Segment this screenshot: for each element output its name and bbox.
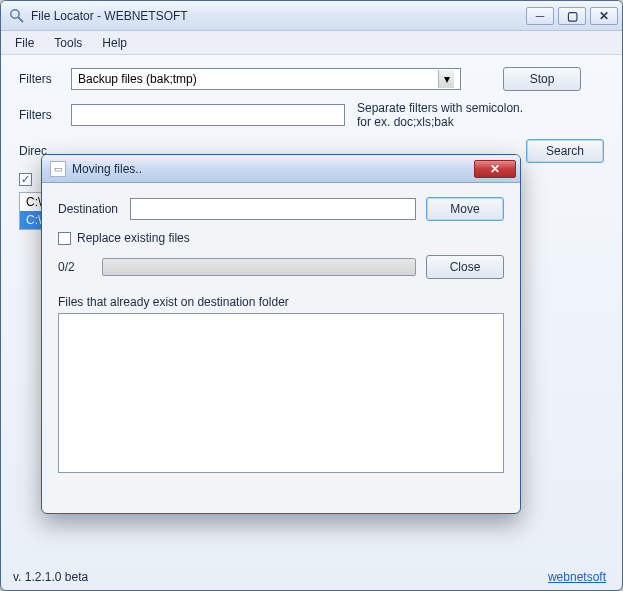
destination-label: Destination <box>58 202 120 216</box>
svg-point-0 <box>11 9 19 17</box>
filters-hint: Separate filters with semicolon. for ex.… <box>357 101 537 129</box>
dialog-title: Moving files.. <box>72 162 142 176</box>
existing-files-box[interactable] <box>58 313 504 473</box>
progress-bar <box>102 258 416 276</box>
replace-label: Replace existing files <box>77 231 190 245</box>
menubar: File Tools Help <box>1 31 622 55</box>
dialog-close-button[interactable]: ✕ <box>474 160 516 178</box>
window-buttons: ─ ▢ ✕ <box>526 7 618 25</box>
existing-files-label: Files that already exist on destination … <box>58 295 504 309</box>
dialog-close-btn[interactable]: Close <box>426 255 504 279</box>
search-button[interactable]: Search <box>526 139 604 163</box>
minimize-button[interactable]: ─ <box>526 7 554 25</box>
close-button[interactable]: ✕ <box>590 7 618 25</box>
app-icon <box>9 8 25 24</box>
stop-button[interactable]: Stop <box>503 67 581 91</box>
destination-input[interactable] <box>130 198 416 220</box>
chevron-down-icon: ▾ <box>438 70 454 88</box>
recursive-checkbox[interactable]: ✓ <box>19 173 32 186</box>
dialog-titlebar[interactable]: ▭ Moving files.. ✕ <box>42 155 520 183</box>
maximize-button[interactable]: ▢ <box>558 7 586 25</box>
move-button[interactable]: Move <box>426 197 504 221</box>
menu-tools[interactable]: Tools <box>54 36 82 50</box>
titlebar[interactable]: File Locator - WEBNETSOFT ─ ▢ ✕ <box>1 1 622 31</box>
progress-text: 0/2 <box>58 260 92 274</box>
version-text: v. 1.2.1.0 beta <box>13 570 88 584</box>
footer: v. 1.2.1.0 beta webnetsoft <box>13 570 606 584</box>
filters-label: Filters <box>19 72 71 86</box>
svg-line-1 <box>18 17 23 22</box>
menu-file[interactable]: File <box>15 36 34 50</box>
main-window: File Locator - WEBNETSOFT ─ ▢ ✕ File Too… <box>0 0 623 591</box>
form-icon: ▭ <box>50 161 66 177</box>
replace-checkbox[interactable] <box>58 232 71 245</box>
dialog-body: Destination Move Replace existing files … <box>42 183 520 487</box>
filters2-label: Filters <box>19 108 71 122</box>
filters-input[interactable] <box>71 104 345 126</box>
filters-select[interactable]: Backup files (bak;tmp) ▾ <box>71 68 461 90</box>
menu-help[interactable]: Help <box>102 36 127 50</box>
webnetsoft-link[interactable]: webnetsoft <box>548 570 606 584</box>
moving-files-dialog: ▭ Moving files.. ✕ Destination Move Repl… <box>41 154 521 514</box>
window-title: File Locator - WEBNETSOFT <box>31 9 188 23</box>
filters-select-value: Backup files (bak;tmp) <box>78 72 197 86</box>
